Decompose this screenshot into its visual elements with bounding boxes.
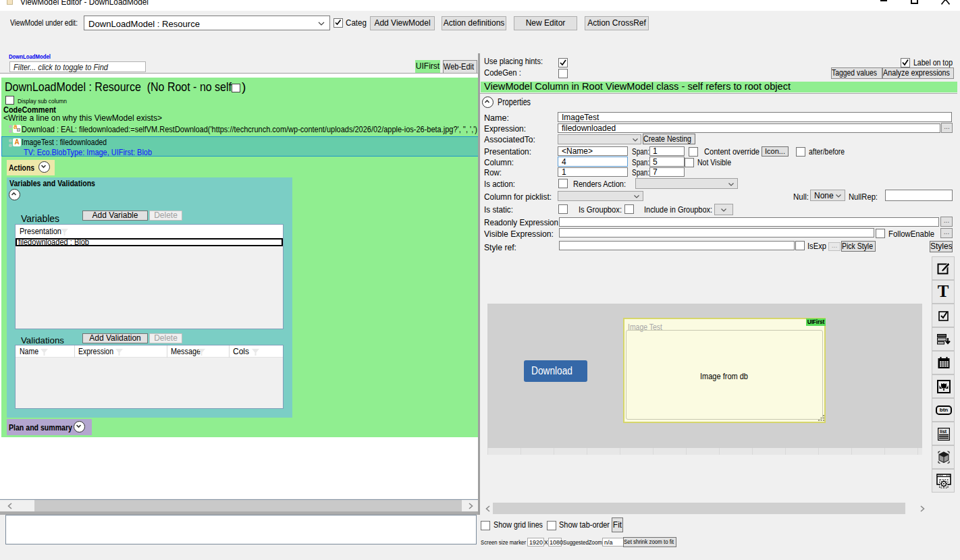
svg-text:list: list xyxy=(940,429,947,434)
